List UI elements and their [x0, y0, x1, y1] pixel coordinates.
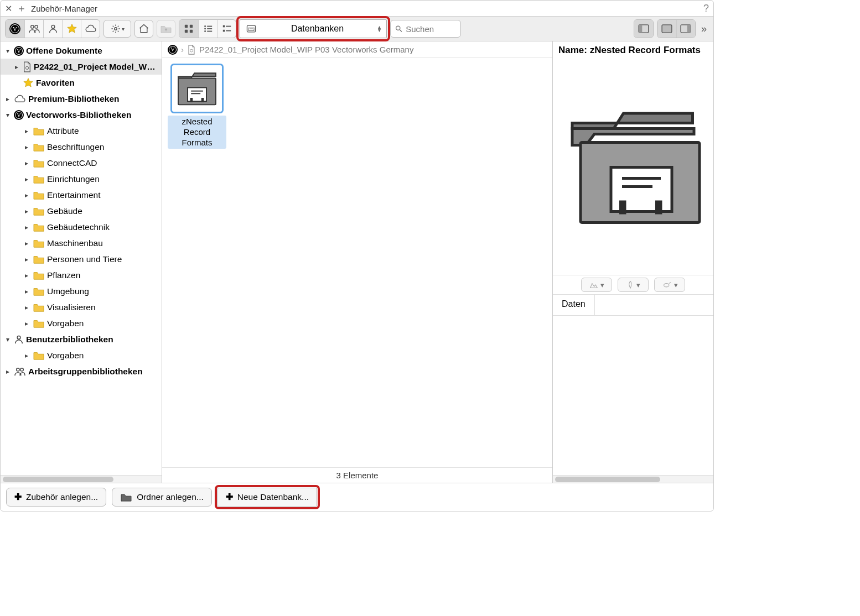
search-input[interactable] [406, 24, 456, 34]
folder-up-button[interactable] [157, 20, 175, 38]
resource-type-filter[interactable]: Datenbanken ▴▾ [240, 19, 387, 38]
tree-item[interactable]: ▸Vorgaben [1, 347, 162, 363]
tree-item[interactable]: ▸Visualisieren [1, 299, 162, 315]
tree-item-label: Maschinenbau [47, 238, 103, 248]
close-icon[interactable]: ✕ [5, 3, 12, 14]
plus-icon: ✚ [226, 492, 233, 502]
preview-scrollbar[interactable] [553, 475, 713, 483]
thumb-list-view-button[interactable] [217, 20, 236, 38]
tree-item-label: Vorgaben [47, 351, 84, 361]
svg-rect-13 [207, 31, 212, 32]
folder-icon [33, 238, 45, 248]
folder-icon [33, 206, 45, 216]
folder-icon [33, 126, 45, 136]
svg-rect-5 [190, 25, 193, 28]
svg-point-8 [204, 25, 206, 27]
svg-point-21 [396, 26, 400, 30]
tree-item[interactable]: ▸Arbeitsgruppenbibliotheken [1, 363, 162, 379]
tree-item[interactable]: ▸Umgebung [1, 283, 162, 299]
svg-point-10 [204, 28, 206, 30]
filter-label: Datenbanken [262, 24, 372, 34]
svg-rect-4 [185, 25, 188, 28]
tree-item[interactable]: ▸Beschriftungen [1, 139, 162, 155]
favorites-button[interactable] [62, 20, 81, 38]
user-library-button[interactable] [43, 20, 62, 38]
library-source-group: V [5, 19, 100, 38]
toolbar-overflow-icon[interactable]: » [699, 23, 709, 35]
navigation-tree[interactable]: ▾VOffene Dokumente▸P2422_01_Project Mode… [1, 41, 162, 475]
svg-rect-42 [619, 200, 626, 214]
folder-icon [33, 174, 45, 184]
folder-icon [33, 254, 45, 264]
vw-icon: V [168, 45, 178, 55]
tree-item[interactable]: ▾Benutzerbibliotheken [1, 331, 162, 347]
window-title: Zubehör-Manager [31, 4, 699, 13]
tree-item-label: Offene Dokumente [26, 46, 102, 56]
thumbnail-grid[interactable]: zNested Record Formats [162, 58, 552, 467]
tree-item-label: P2422_01_Project Model_W… [34, 62, 156, 72]
tree-item[interactable]: ▾VVectorworks-Bibliotheken [1, 107, 162, 123]
tree-item[interactable]: ▾VOffene Dokumente [1, 43, 162, 59]
tree-item-label: Attribute [47, 126, 79, 136]
svg-point-31 [190, 49, 193, 52]
create-folder-button[interactable]: Ordner anlegen... [112, 488, 212, 507]
tree-item[interactable]: ▸Gebäude [1, 203, 162, 219]
panel-full-button[interactable] [657, 20, 676, 38]
tree-item[interactable]: ▸Personen und Tiere [1, 251, 162, 267]
group-icon [14, 367, 26, 377]
tree-item-label: Gebäudetechnik [47, 222, 110, 232]
sidebar-scrollbar[interactable] [1, 475, 162, 483]
svg-rect-6 [185, 30, 188, 33]
svg-rect-23 [639, 25, 642, 33]
tree-item[interactable]: ▸Einrichtungen [1, 171, 162, 187]
tree-item[interactable]: ▸Attribute [1, 123, 162, 139]
bottom-toolbar: ✚ Zubehör anlegen... Ordner anlegen... ✚… [1, 483, 713, 511]
list-view-button[interactable] [198, 20, 217, 38]
add-tab-icon[interactable]: ＋ [17, 2, 27, 15]
render-mode-3[interactable]: ▾ [654, 278, 685, 292]
preview-pane: Name: zNested Record Formats ▾ [553, 41, 713, 483]
cloud-library-button[interactable] [81, 20, 100, 38]
folder-icon [33, 142, 45, 152]
svg-point-12 [204, 30, 206, 32]
tree-item[interactable]: ▸Pflanzen [1, 267, 162, 283]
svg-rect-15 [226, 26, 231, 27]
svg-point-30 [20, 368, 23, 370]
tree-item-label: Gebäude [47, 206, 82, 216]
tree-item[interactable]: ▸Maschinenbau [1, 235, 162, 251]
workgroup-button[interactable] [24, 20, 43, 38]
tree-item-label: Vorgaben [47, 319, 84, 328]
open-docs-button[interactable]: V [6, 20, 24, 38]
svg-point-29 [17, 368, 19, 370]
tree-item[interactable]: ▸Gebäudetechnik [1, 219, 162, 235]
tree-item[interactable]: ▸Favoriten [1, 75, 162, 91]
panel-left-button[interactable] [634, 20, 653, 38]
tab-data[interactable]: Daten [553, 295, 595, 315]
star-icon [23, 77, 34, 88]
create-database-button[interactable]: ✚ Neue Datenbank... [217, 488, 317, 507]
grid-view-button[interactable] [179, 20, 198, 38]
tree-item[interactable]: ▸Vorgaben [1, 315, 162, 331]
element-count: 3 Elemente [336, 471, 379, 480]
render-mode-2[interactable]: ▾ [618, 278, 649, 292]
settings-button[interactable]: ▾ [103, 20, 131, 38]
panel-right-button[interactable] [676, 20, 695, 38]
home-button[interactable] [134, 20, 153, 38]
database-icon [246, 24, 257, 34]
render-mode-1[interactable]: ▾ [581, 278, 612, 292]
tree-item[interactable]: ▸Premium-Bibliotheken [1, 91, 162, 107]
svg-rect-16 [222, 30, 225, 32]
svg-rect-17 [226, 30, 231, 32]
create-resource-button[interactable]: ✚ Zubehör anlegen... [6, 488, 106, 507]
resource-item[interactable]: zNested Record Formats [168, 64, 226, 462]
folder-icon [33, 286, 45, 296]
vw-icon: V [14, 109, 24, 121]
help-icon[interactable]: ? [703, 3, 709, 14]
tree-item[interactable]: ▸ConnectCAD [1, 155, 162, 171]
tree-item[interactable]: ▸P2422_01_Project Model_W… [1, 59, 162, 75]
search-box[interactable] [390, 20, 461, 38]
svg-point-28 [17, 336, 20, 339]
tree-item[interactable]: ▸Entertainment [1, 187, 162, 203]
breadcrumb[interactable]: V › P2422_01_Project Model_WIP P03 Vecto… [162, 41, 552, 58]
resource-label: zNested Record Formats [168, 116, 226, 149]
